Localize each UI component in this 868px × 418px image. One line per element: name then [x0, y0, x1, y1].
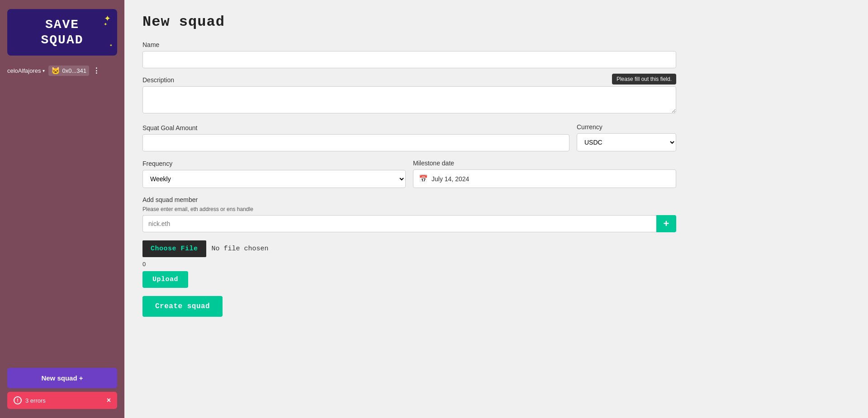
sidebar: ✦ ✦ ✦ SAVE SQUAD celoAlfajores ▾ 🐱 0x0..… — [0, 0, 124, 418]
file-row: Choose File No file chosen — [142, 240, 676, 257]
logo-text: SAVE SQUAD — [41, 17, 83, 47]
file-count: 0 — [142, 261, 676, 268]
squat-goal-input[interactable] — [142, 134, 569, 151]
new-squad-button[interactable]: New squad + — [7, 368, 117, 388]
no-file-text: No file chosen — [212, 245, 269, 253]
tooltip-bubble: Please fill out this field. — [612, 74, 676, 85]
milestone-input-wrapper[interactable]: 📅 July 14, 2024 — [413, 169, 676, 188]
wallet-address-label: 0x0...341 — [62, 67, 86, 74]
frequency-label: Frequency — [142, 160, 406, 167]
squat-goal-label: Squat Goal Amount — [142, 124, 569, 132]
error-close-icon[interactable]: × — [107, 396, 111, 404]
star-icon-mid: ✦ — [104, 22, 107, 27]
frequency-field-group: Frequency Weekly Monthly Daily — [142, 160, 406, 188]
create-squad-section: Create squad — [142, 296, 676, 317]
member-input-row: + — [142, 215, 676, 232]
chevron-down-icon: ▾ — [43, 68, 45, 73]
currency-label: Currency — [577, 123, 676, 131]
new-squad-form: Name Description Please fill out this fi… — [142, 41, 676, 317]
calendar-icon: 📅 — [419, 174, 428, 183]
page-title: New squad — [142, 14, 850, 30]
wallet-address: 🐱 0x0...341 — [48, 66, 89, 76]
logo-box: ✦ ✦ ✦ SAVE SQUAD — [7, 9, 117, 56]
sidebar-bottom: New squad + ! 3 errors × — [7, 368, 117, 409]
star-icon-bottom: ✦ — [109, 43, 113, 47]
description-wrapper: Please fill out this field. — [142, 86, 676, 115]
add-member-section: Add squad member Please enter email, eth… — [142, 196, 676, 232]
choose-file-button[interactable]: Choose File — [142, 240, 206, 257]
member-input[interactable] — [142, 215, 656, 232]
description-input[interactable] — [142, 86, 676, 113]
wallet-name-label: celoAlfajores — [7, 67, 41, 74]
name-input[interactable] — [142, 51, 676, 68]
freq-milestone-row: Frequency Weekly Monthly Daily Milestone… — [142, 160, 676, 188]
goal-currency-row: Squat Goal Amount Currency USDC ETH CELO — [142, 123, 676, 151]
main-content: New squad Name Description Please fill o… — [124, 0, 868, 418]
error-label: 3 errors — [25, 397, 46, 404]
wallet-row: celoAlfajores ▾ 🐱 0x0...341 ⋮ — [7, 64, 117, 78]
upload-button[interactable]: Upload — [142, 271, 188, 288]
file-section: Choose File No file chosen 0 Upload — [142, 240, 676, 288]
milestone-field-group: Milestone date 📅 July 14, 2024 — [413, 160, 676, 188]
milestone-date-value: July 14, 2024 — [432, 175, 469, 183]
cat-icon: 🐱 — [51, 66, 60, 75]
name-field-group: Name — [142, 41, 676, 68]
create-squad-button[interactable]: Create squad — [142, 296, 223, 317]
milestone-label: Milestone date — [413, 160, 676, 167]
goal-field-group: Squat Goal Amount — [142, 124, 569, 151]
description-field-group: Description Please fill out this field. — [142, 76, 676, 115]
frequency-select[interactable]: Weekly Monthly Daily — [142, 170, 406, 188]
error-icon: ! — [14, 396, 22, 404]
wallet-name[interactable]: celoAlfajores ▾ — [7, 67, 45, 74]
error-bar: ! 3 errors × — [7, 392, 117, 409]
name-label: Name — [142, 41, 676, 48]
currency-select[interactable]: USDC ETH CELO — [577, 133, 676, 151]
more-options-icon[interactable]: ⋮ — [93, 66, 100, 75]
currency-field-group: Currency USDC ETH CELO — [577, 123, 676, 151]
add-member-sublabel: Please enter email, eth address or ens h… — [142, 206, 676, 212]
description-label: Description — [142, 76, 676, 84]
add-member-label: Add squad member — [142, 196, 676, 203]
add-member-button[interactable]: + — [656, 215, 676, 232]
